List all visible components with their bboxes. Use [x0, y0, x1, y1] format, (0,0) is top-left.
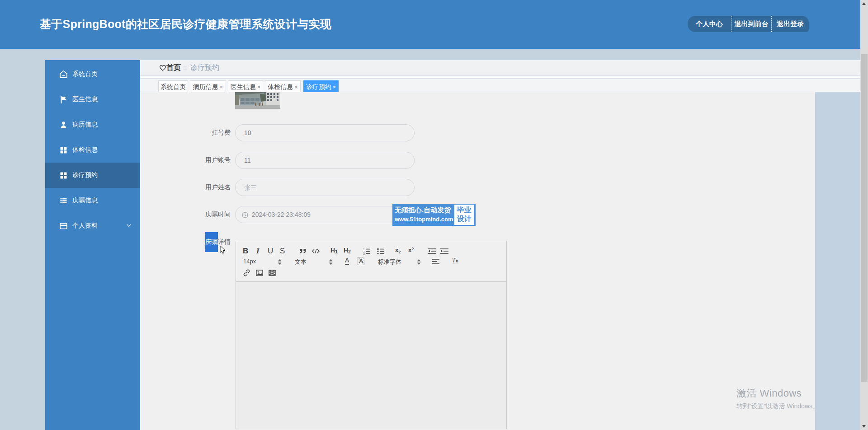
svg-text:3: 3 — [363, 252, 365, 255]
